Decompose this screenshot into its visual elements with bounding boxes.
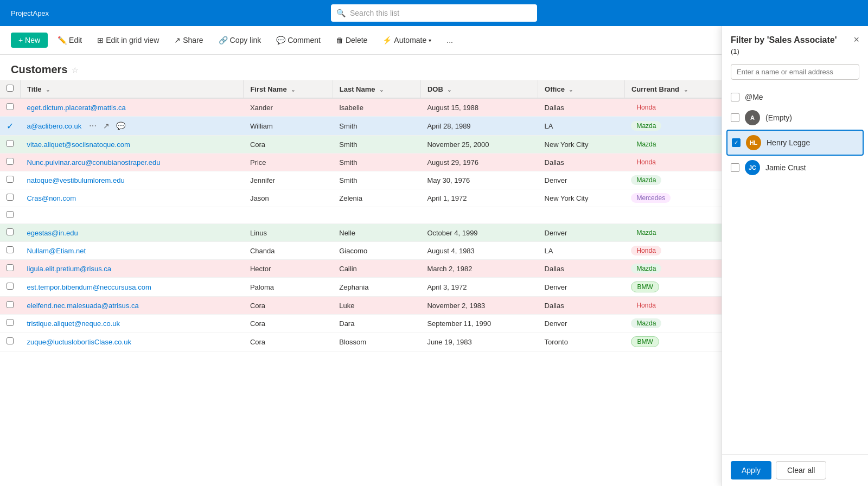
row-lastname-cell <box>333 207 420 224</box>
row-action-share[interactable]: ↗ <box>101 120 112 131</box>
col-brand[interactable]: Current Brand ⌄ <box>624 80 731 98</box>
row-office-cell: Dallas <box>538 260 625 278</box>
more-button[interactable]: ... <box>441 33 458 48</box>
row-brand-cell: Mazda <box>624 224 731 242</box>
row-checkbox[interactable] <box>7 103 14 110</box>
row-office-cell: New York City <box>538 136 625 154</box>
row-title-cell: Nunc.pulvinar.arcu@conubianostraper.edu <box>21 154 244 171</box>
search-icon: 🔍 <box>336 9 346 17</box>
row-title-text[interactable]: egestas@in.edu <box>27 229 78 237</box>
row-brand-cell: Mazda <box>624 117 731 136</box>
row-title-cell: vitae.aliquet@sociisnatoque.com <box>21 136 244 154</box>
automate-icon: ⚡ <box>382 36 392 44</box>
row-checkbox[interactable] <box>7 319 14 326</box>
edit-grid-button[interactable]: ⊞ Edit in grid view <box>92 33 164 48</box>
filter-label-empty: (Empty) <box>765 113 792 122</box>
row-checkbox[interactable] <box>7 264 14 271</box>
row-title-text[interactable]: Nullam@Etiam.net <box>27 247 86 255</box>
favorite-icon[interactable]: ☆ <box>72 66 79 74</box>
row-firstname-cell: Price <box>244 154 333 171</box>
row-dob-cell <box>420 207 538 224</box>
filter-checkbox-jamie[interactable] <box>731 163 739 172</box>
row-title-text[interactable]: tristique.aliquet@neque.co.uk <box>27 319 120 328</box>
automate-button[interactable]: ⚡ Automate ▾ <box>377 33 437 48</box>
row-title-cell: natoque@vestibulumlorem.edu <box>21 171 244 189</box>
row-checkbox[interactable] <box>7 211 14 218</box>
row-title-text[interactable]: zuque@luctuslobortisClase.co.uk <box>27 338 131 346</box>
col-lastname[interactable]: Last Name ⌄ <box>333 80 420 98</box>
apply-button[interactable]: Apply <box>731 461 771 479</box>
brand-badge: Honda <box>631 300 661 310</box>
row-office-cell: LA <box>538 242 625 260</box>
row-title-cell: egestas@in.edu <box>21 224 244 242</box>
edit-button[interactable]: ✏️ Edit <box>52 33 87 48</box>
grid-icon: ⊞ <box>97 36 104 44</box>
filter-option-henry[interactable]: ✓HLHenry Legge <box>726 130 864 156</box>
sort-icon-brand: ⌄ <box>684 87 688 93</box>
filter-count: (1) <box>731 47 837 55</box>
row-checkbox[interactable] <box>7 194 14 201</box>
delete-button[interactable]: 🗑 Delete <box>330 33 373 48</box>
row-dob-cell: March 2, 1982 <box>420 260 538 278</box>
filter-checkbox-me[interactable] <box>731 93 739 101</box>
row-title-text[interactable]: eget.dictum.placerat@mattis.ca <box>27 104 126 112</box>
col-dob[interactable]: DOB ⌄ <box>420 80 538 98</box>
row-checkbox-cell <box>0 189 21 207</box>
row-checkbox[interactable] <box>7 158 14 165</box>
filter-close-button[interactable]: × <box>853 35 859 44</box>
row-checkbox-cell <box>0 315 21 332</box>
row-title-text[interactable]: vitae.aliquet@sociisnatoque.com <box>27 140 130 149</box>
row-checkbox-cell <box>0 154 21 171</box>
row-action-comment[interactable]: 💬 <box>114 120 127 131</box>
filter-option-empty[interactable]: A(Empty) <box>722 106 868 130</box>
filter-avatar-empty: A <box>745 110 760 125</box>
row-title-text[interactable]: natoque@vestibulumlorem.edu <box>27 176 125 184</box>
row-brand-cell: Honda <box>624 98 731 117</box>
row-lastname-cell: Smith <box>333 136 420 154</box>
row-dob-cell: August 29, 1976 <box>420 154 538 171</box>
row-title-cell: a@aclibero.co.uk ⋯ ↗ 💬 <box>21 117 244 136</box>
filter-option-me[interactable]: @Me <box>722 88 868 106</box>
top-bar: ProjectApex 🔍 Search this list <box>0 0 868 26</box>
row-checkbox[interactable] <box>7 246 14 253</box>
comment-button[interactable]: 💬 Comment <box>271 33 326 48</box>
filter-search-input[interactable] <box>731 64 859 80</box>
sort-icon-firstname: ⌄ <box>291 87 295 93</box>
col-firstname[interactable]: First Name ⌄ <box>244 80 333 98</box>
brand-badge: BMW <box>631 336 659 347</box>
row-checkbox[interactable] <box>7 140 14 147</box>
row-checkbox[interactable] <box>7 228 14 235</box>
filter-checkbox-empty[interactable] <box>731 113 739 122</box>
col-title[interactable]: Title ⌄ <box>21 80 244 98</box>
row-checkbox[interactable] <box>7 283 14 290</box>
share-button[interactable]: ↗ Share <box>169 33 208 48</box>
filter-option-jamie[interactable]: JCJamie Crust <box>722 156 868 180</box>
search-box[interactable]: 🔍 Search this list <box>331 4 537 22</box>
col-office[interactable]: Office ⌄ <box>538 80 625 98</box>
row-checkbox[interactable] <box>7 176 14 183</box>
row-firstname-cell: Cora <box>244 315 333 332</box>
row-title-cell: eleifend.nec.malesuada@atrisus.ca <box>21 297 244 315</box>
row-checkbox-cell <box>0 332 21 351</box>
row-action-info[interactable]: ⋯ <box>87 120 99 131</box>
row-checkbox[interactable] <box>7 337 14 344</box>
clear-all-button[interactable]: Clear all <box>776 461 826 479</box>
select-all-checkbox[interactable] <box>0 80 21 98</box>
row-checkbox[interactable] <box>7 301 14 308</box>
row-title-text[interactable]: est.tempor.bibendum@neccursusa.com <box>27 283 151 291</box>
row-brand-cell: Mazda <box>624 260 731 278</box>
row-checkbox-cell <box>0 224 21 242</box>
row-title-text[interactable]: Cras@non.com <box>27 194 76 202</box>
row-dob-cell: April 1, 1972 <box>420 189 538 207</box>
row-office-cell <box>538 207 625 224</box>
row-title-text[interactable]: Nunc.pulvinar.arcu@conubianostraper.edu <box>27 158 161 167</box>
row-title-text[interactable]: eleifend.nec.malesuada@atrisus.ca <box>27 302 139 310</box>
row-title-link[interactable]: a@aclibero.co.uk <box>27 122 82 130</box>
copy-link-button[interactable]: 🔗 Copy link <box>213 33 267 48</box>
filter-checkbox-henry[interactable]: ✓ <box>732 138 741 147</box>
header-checkbox[interactable] <box>7 85 14 92</box>
row-brand-cell: Honda <box>624 242 731 260</box>
row-title-text[interactable]: ligula.elit.pretium@risus.ca <box>27 265 112 273</box>
new-button[interactable]: + New <box>11 33 48 48</box>
row-lastname-cell: Giacomo <box>333 242 420 260</box>
